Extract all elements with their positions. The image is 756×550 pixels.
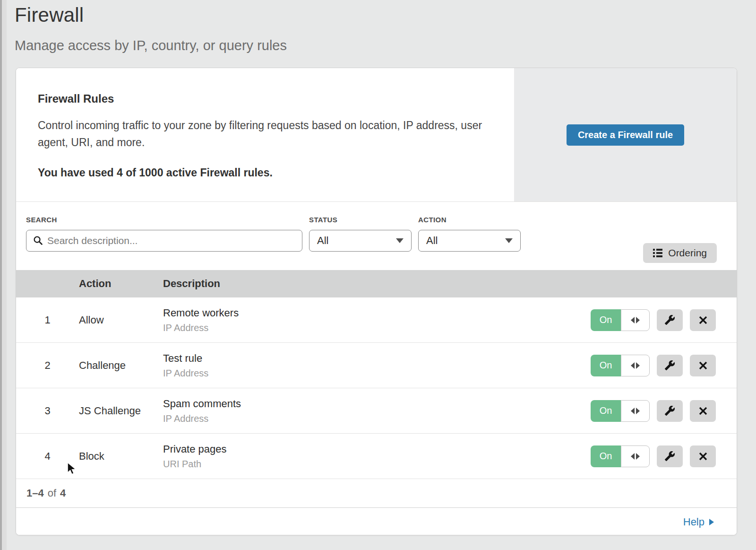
rules-table-body: 1 Allow Remote workers IP Address On bbox=[16, 297, 737, 479]
action-select-value: All bbox=[426, 235, 438, 247]
table-row: 1 Allow Remote workers IP Address On bbox=[16, 297, 737, 343]
ordering-button-label: Ordering bbox=[668, 247, 707, 259]
rule-description: Spam comments bbox=[163, 398, 591, 410]
toggle-on-label: On bbox=[591, 445, 621, 467]
edit-rule-button[interactable] bbox=[657, 309, 683, 331]
rule-enabled-toggle[interactable]: On bbox=[591, 309, 650, 331]
rule-enabled-toggle[interactable]: On bbox=[591, 355, 650, 376]
chevron-down-icon bbox=[505, 238, 513, 243]
triangle-left-icon bbox=[631, 362, 635, 369]
toggle-drag-handle[interactable] bbox=[621, 309, 650, 331]
rule-description-cell: Test rule IP Address bbox=[163, 352, 591, 379]
page-header: Firewall Manage access by IP, country, o… bbox=[15, 4, 287, 53]
rule-controls: On bbox=[591, 309, 737, 331]
pagination-range: 1–4 bbox=[26, 487, 44, 499]
delete-rule-button[interactable] bbox=[690, 309, 716, 331]
intro-text-block: Firewall Rules Control incoming traffic … bbox=[16, 68, 514, 201]
page-subtitle: Manage access by IP, country, or query r… bbox=[15, 38, 287, 53]
rule-action: Block bbox=[79, 450, 163, 463]
rule-controls: On bbox=[591, 400, 737, 422]
page-title: Firewall bbox=[15, 4, 287, 26]
rule-controls: On bbox=[591, 355, 737, 376]
pagination-total: 4 bbox=[60, 487, 66, 499]
table-header: Action Description bbox=[16, 270, 737, 297]
rule-description: Test rule bbox=[163, 352, 591, 365]
status-select[interactable]: All bbox=[309, 230, 412, 252]
card-footer: Help bbox=[16, 508, 737, 535]
action-column-header: Action bbox=[79, 278, 163, 290]
delete-rule-button[interactable] bbox=[690, 400, 716, 422]
edit-rule-button[interactable] bbox=[657, 400, 683, 422]
intro-action-panel: Create a Firewall rule bbox=[514, 68, 737, 201]
rule-priority: 4 bbox=[16, 450, 79, 463]
close-icon bbox=[698, 361, 708, 370]
help-link-label: Help bbox=[683, 516, 704, 528]
intro-heading: Firewall Rules bbox=[38, 92, 495, 105]
close-icon bbox=[698, 315, 708, 325]
filters-bar: SEARCH STATUS All ACTION All bbox=[16, 202, 737, 270]
action-filter-group: ACTION All bbox=[418, 216, 521, 270]
toggle-on-label: On bbox=[591, 400, 621, 422]
rule-match-type: IP Address bbox=[163, 323, 591, 333]
rule-priority: 2 bbox=[16, 359, 79, 372]
rule-match-type: IP Address bbox=[163, 368, 591, 379]
triangle-right-icon bbox=[636, 317, 640, 323]
status-filter-group: STATUS All bbox=[309, 216, 412, 270]
rule-description: Private pages bbox=[163, 443, 591, 455]
ordering-button[interactable]: Ordering bbox=[643, 243, 717, 263]
rule-priority: 3 bbox=[16, 405, 79, 417]
toggle-on-label: On bbox=[591, 309, 621, 331]
toggle-on-label: On bbox=[591, 355, 621, 376]
rule-description-cell: Spam comments IP Address bbox=[163, 398, 591, 424]
triangle-left-icon bbox=[631, 317, 635, 323]
search-filter-group: SEARCH bbox=[26, 216, 302, 270]
wrench-icon bbox=[664, 451, 675, 462]
search-icon bbox=[33, 236, 43, 245]
chevron-down-icon bbox=[396, 238, 404, 243]
close-icon bbox=[698, 452, 708, 461]
triangle-right-icon bbox=[636, 362, 640, 369]
rules-usage-text: You have used 4 of 1000 active Firewall … bbox=[38, 166, 495, 179]
description-column-header: Description bbox=[163, 278, 737, 290]
delete-rule-button[interactable] bbox=[690, 445, 716, 467]
wrench-icon bbox=[664, 314, 675, 325]
triangle-right-icon bbox=[709, 519, 714, 525]
window-left-edge-inner bbox=[2, 0, 7, 550]
create-firewall-rule-button[interactable]: Create a Firewall rule bbox=[567, 124, 684, 146]
toggle-drag-handle[interactable] bbox=[621, 445, 650, 467]
wrench-icon bbox=[664, 360, 675, 371]
rule-description-cell: Private pages URI Path bbox=[163, 443, 591, 470]
rule-controls: On bbox=[591, 445, 737, 467]
pagination-of: of bbox=[48, 487, 56, 499]
firewall-rules-card: Firewall Rules Control incoming traffic … bbox=[16, 68, 737, 535]
status-label: STATUS bbox=[309, 216, 412, 224]
toggle-drag-handle[interactable] bbox=[621, 355, 650, 376]
delete-rule-button[interactable] bbox=[690, 355, 716, 376]
help-link[interactable]: Help bbox=[683, 516, 714, 528]
edit-rule-button[interactable] bbox=[657, 355, 683, 376]
close-icon bbox=[698, 406, 708, 416]
rule-enabled-toggle[interactable]: On bbox=[591, 400, 650, 422]
edit-rule-button[interactable] bbox=[657, 445, 683, 467]
rule-match-type: IP Address bbox=[163, 413, 591, 424]
rule-enabled-toggle[interactable]: On bbox=[591, 445, 650, 467]
intro-section: Firewall Rules Control incoming traffic … bbox=[16, 68, 737, 202]
wrench-icon bbox=[664, 405, 675, 416]
rule-action: JS Challenge bbox=[79, 405, 163, 417]
rule-description-cell: Remote workers IP Address bbox=[163, 307, 591, 333]
table-row: 3 JS Challenge Spam comments IP Address … bbox=[16, 388, 737, 434]
toggle-drag-handle[interactable] bbox=[621, 400, 650, 422]
list-icon bbox=[653, 249, 662, 257]
triangle-right-icon bbox=[636, 408, 640, 414]
action-label: ACTION bbox=[418, 216, 521, 224]
action-select[interactable]: All bbox=[418, 230, 521, 252]
pagination-bar: 1–4 of 4 bbox=[16, 479, 737, 508]
rule-action: Challenge bbox=[79, 359, 163, 372]
search-input[interactable] bbox=[26, 230, 302, 252]
intro-description: Control incoming traffic to your zone by… bbox=[38, 117, 487, 151]
search-label: SEARCH bbox=[26, 216, 302, 224]
status-select-value: All bbox=[317, 235, 328, 247]
rule-description: Remote workers bbox=[163, 307, 591, 319]
triangle-right-icon bbox=[636, 453, 640, 460]
triangle-left-icon bbox=[631, 408, 635, 414]
